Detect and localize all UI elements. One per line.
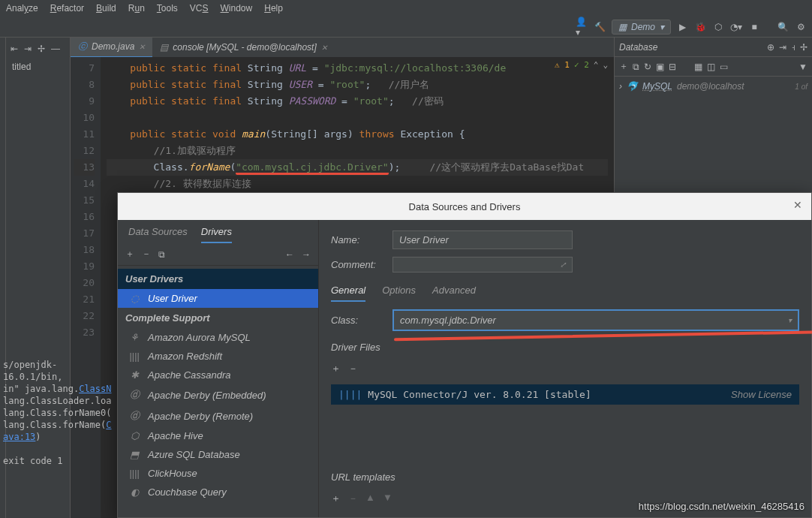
- stop-icon[interactable]: ■: [747, 20, 761, 34]
- class-select[interactable]: com.mysql.jdbc.Driver ▾: [392, 309, 799, 331]
- class-label: Class:: [331, 315, 383, 326]
- filter-icon[interactable]: ▼: [798, 62, 807, 72]
- driver-icon: ⬡: [128, 430, 140, 441]
- driver-item[interactable]: ||||Amazon Redshift: [118, 347, 318, 366]
- driver-item[interactable]: ◐Couchbase Query: [118, 483, 318, 501]
- down-icon[interactable]: ⌄: [603, 60, 608, 70]
- menu-vcs[interactable]: VCS: [190, 3, 209, 14]
- section-user-drivers: User Drivers: [118, 269, 318, 289]
- down-icon[interactable]: ▼: [383, 492, 392, 505]
- tab-options[interactable]: Options: [382, 285, 416, 302]
- driver-file-row[interactable]: |||| MySQL Connector/J ver. 8.0.21 [stab…: [331, 384, 799, 405]
- expand-icon[interactable]: ⇥: [24, 44, 32, 54]
- gear-icon[interactable]: ✢: [800, 42, 807, 53]
- up-icon[interactable]: ⌃: [594, 60, 599, 70]
- console-output: s/openjdk-16.0.1/bin,in" java.lang.Class…: [0, 356, 117, 470]
- mysql-icon: 🐬: [627, 81, 638, 92]
- run-config-selector[interactable]: ▦ Demo ▾: [612, 20, 671, 35]
- coverage-icon[interactable]: ⬡: [711, 20, 725, 34]
- driver-item[interactable]: ||||ClickHouse: [118, 464, 318, 483]
- box-icon: ▦: [618, 22, 627, 32]
- add-icon[interactable]: ＋: [125, 248, 134, 261]
- remove-icon[interactable]: －: [348, 362, 358, 375]
- remove-icon[interactable]: －: [142, 248, 151, 261]
- editor-tabs: ⓒ Demo.java ✕ ▤ console [MySQL - demo@lo…: [71, 38, 614, 57]
- menu-tools[interactable]: Tools: [157, 3, 178, 14]
- menu-run[interactable]: Run: [128, 3, 145, 14]
- driver-item-user[interactable]: ◌User Driver: [118, 289, 318, 308]
- menu-window[interactable]: Window: [221, 3, 253, 14]
- driver-item[interactable]: ✱Apache Cassandra: [118, 366, 318, 384]
- up-icon[interactable]: ▲: [365, 492, 375, 505]
- tab-demo-java[interactable]: ⓒ Demo.java ✕: [71, 38, 152, 58]
- ok-badge: ✓ 2: [574, 60, 589, 70]
- java-icon: ⓒ: [78, 41, 87, 53]
- add-icon[interactable]: ＋: [619, 60, 628, 73]
- add-icon[interactable]: ＋: [331, 492, 341, 505]
- chevron-right-icon: ›: [619, 81, 622, 92]
- tab-drivers[interactable]: Drivers: [201, 226, 232, 243]
- close-icon[interactable]: ✕: [321, 44, 327, 52]
- remove-icon[interactable]: －: [348, 492, 358, 505]
- driver-item[interactable]: ⬡Apache Hive: [118, 426, 318, 445]
- split-icon[interactable]: ⫞: [791, 42, 795, 53]
- project-item[interactable]: titled: [9, 57, 67, 77]
- menu-build[interactable]: Build: [96, 3, 116, 14]
- menubar: Analyze Refactor Build Run Tools VCS Win…: [0, 0, 812, 17]
- tab-general[interactable]: General: [331, 285, 365, 302]
- back-icon[interactable]: ←: [285, 249, 294, 260]
- target-icon[interactable]: ⊕: [767, 42, 774, 53]
- run-config-label: Demo: [631, 22, 655, 32]
- menu-refactor[interactable]: Refactor: [50, 3, 84, 14]
- table-icon[interactable]: ▦: [694, 62, 702, 72]
- driver-item[interactable]: ⚘Amazon Aurora MySQL: [118, 328, 318, 347]
- menu-analyze[interactable]: Analyze: [6, 3, 38, 14]
- jar-icon: ||||: [338, 389, 362, 400]
- data-icon[interactable]: ▭: [720, 62, 728, 72]
- driver-icon: ||||: [128, 351, 140, 362]
- debug-icon[interactable]: 🐞: [693, 20, 707, 34]
- settings-icon[interactable]: ⚙: [794, 20, 807, 34]
- driver-icon: ⓓ: [128, 409, 140, 423]
- close-icon[interactable]: ✕: [793, 199, 802, 211]
- forward-icon[interactable]: →: [302, 249, 311, 260]
- dialog-titlebar: Data Sources and Drivers ✕: [118, 193, 811, 220]
- comment-input[interactable]: ⤢: [392, 257, 573, 273]
- add-icon[interactable]: ＋: [331, 362, 341, 375]
- tab-advanced[interactable]: Advanced: [432, 285, 476, 302]
- revert-icon[interactable]: ⊟: [669, 62, 676, 72]
- close-icon[interactable]: ✕: [139, 43, 145, 51]
- warning-badge: ⚠ 1: [555, 60, 570, 70]
- hide-icon[interactable]: —: [51, 44, 60, 54]
- run-icon[interactable]: ▶: [675, 20, 689, 34]
- tab-data-sources[interactable]: Data Sources: [128, 226, 188, 243]
- db-tree-item[interactable]: › 🐬 MySQL demo@localhost 1 of: [619, 81, 807, 92]
- name-input[interactable]: [392, 230, 573, 249]
- search-icon[interactable]: 🔍: [776, 20, 789, 34]
- driver-files-label: Driver Files: [331, 342, 799, 353]
- hammer-icon[interactable]: 🔨: [594, 20, 607, 34]
- driver-item[interactable]: ⓓApache Derby (Remote): [118, 405, 318, 426]
- driver-icon: ⚘: [128, 332, 140, 343]
- inspection-badges[interactable]: ⚠ 1 ✓ 2 ⌃ ⌄: [555, 60, 608, 70]
- show-license-button[interactable]: Show License: [731, 389, 792, 400]
- expand-icon[interactable]: ⤢: [560, 261, 566, 269]
- driver-icon: ✱: [128, 369, 140, 381]
- tab-console[interactable]: ▤ console [MySQL - demo@localhost] ✕: [152, 39, 334, 56]
- view-icon[interactable]: ◫: [707, 62, 715, 72]
- url-templates-label: URL templates: [331, 471, 799, 483]
- stop-icon[interactable]: ▣: [656, 62, 664, 72]
- name-label: Name:: [331, 234, 383, 245]
- collapse-icon[interactable]: ⇥: [779, 42, 786, 53]
- menu-help[interactable]: Help: [264, 3, 283, 14]
- profile-icon[interactable]: ◔▾: [729, 20, 743, 34]
- driver-item[interactable]: ⓓApache Derby (Embedded): [118, 384, 318, 405]
- copy-icon[interactable]: ⧉: [158, 249, 165, 260]
- gear-icon[interactable]: ✢: [38, 44, 45, 54]
- user-icon[interactable]: 👤▾: [576, 20, 589, 34]
- collapse-icon[interactable]: ⇤: [11, 44, 18, 54]
- driver-icon: ⓓ: [128, 388, 140, 402]
- refresh-icon[interactable]: ↻: [644, 62, 651, 72]
- copy-icon[interactable]: ⧉: [633, 62, 639, 72]
- driver-item[interactable]: ⬒Azure SQL Database: [118, 445, 318, 464]
